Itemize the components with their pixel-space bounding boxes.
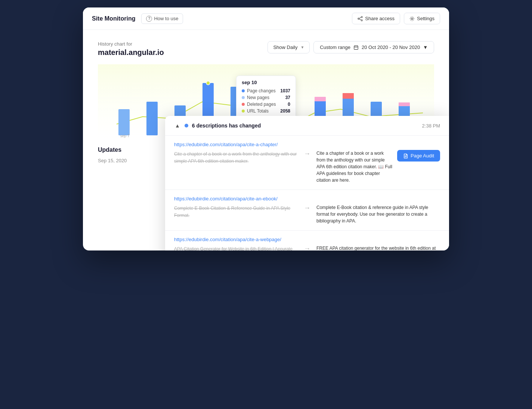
tooltip-value-3: 2058 <box>280 108 290 114</box>
tooltip-dot-1 <box>242 96 245 99</box>
how-to-use-button[interactable]: ? How to use <box>141 13 183 24</box>
tooltip-value-0: 1037 <box>280 88 290 93</box>
tooltip-label-1: New pages <box>247 95 269 100</box>
tooltip-label-3: URL Totals <box>247 108 269 114</box>
new-content-0: Cite a chapter of a book or a work from … <box>316 142 440 184</box>
change-url-section-2: https://edubirdie.com/citation/apa/cite-… <box>174 237 298 250</box>
svg-point-1 <box>358 18 359 19</box>
panel-time: 2:38 PM <box>422 123 440 129</box>
change-row-1: https://edubirdie.com/citation/apa/cite-… <box>165 190 449 231</box>
date-chevron-icon: ▼ <box>423 44 428 50</box>
tooltip-dot-0 <box>242 89 245 92</box>
show-daily-dropdown[interactable]: Show Daily ▼ <box>267 41 310 53</box>
svg-point-2 <box>361 19 363 21</box>
app-title: Site Monitoring <box>92 15 135 22</box>
new-text-0: Cite a chapter of a book or a work from … <box>316 150 393 184</box>
calendar-icon <box>353 45 359 50</box>
show-daily-label: Show Daily <box>273 44 297 50</box>
share-access-label: Share access <box>365 16 395 21</box>
change-row-2: https://edubirdie.com/citation/apa/cite-… <box>165 231 449 250</box>
svg-text:sep 7: sep 7 <box>120 134 130 138</box>
tooltip-row-2: Deleted pages 0 <box>242 102 290 107</box>
arrow-col-0: → <box>304 142 310 158</box>
old-text-2: APA Citation Generator for Website in 6t… <box>174 246 293 250</box>
new-text-1: Complete E-Book citation & reference gui… <box>316 196 440 224</box>
arrow-col-1: → <box>304 196 310 212</box>
tooltip-dot-2 <box>242 103 245 106</box>
history-header: History chart for material.angular.io Sh… <box>98 41 434 57</box>
history-domain: material.angular.io <box>98 48 164 57</box>
tooltip-label-wrap-1: New pages <box>242 95 269 100</box>
chart-controls: Show Daily ▼ Custom range 20 Oct 2020 - … <box>267 41 434 53</box>
tooltip-dot-3 <box>242 110 245 113</box>
panel-status-dot <box>185 124 188 127</box>
how-to-use-label: How to use <box>154 16 178 21</box>
svg-rect-6 <box>354 46 358 49</box>
document-icon <box>403 153 408 159</box>
svg-point-0 <box>361 16 363 18</box>
change-url-2[interactable]: https://edubirdie.com/citation/apa/cite-… <box>174 237 298 242</box>
page-audit-button[interactable]: Page Audit <box>397 150 440 162</box>
change-row-0: https://edubirdie.com/citation/apa/cite-… <box>165 136 449 190</box>
svg-point-15 <box>206 81 210 85</box>
old-text-0: Cite a chapter of a book or a work from … <box>174 151 297 164</box>
settings-icon <box>409 16 415 21</box>
app-window: Site Monitoring ? How to use Share acces… <box>83 7 449 250</box>
settings-label: Settings <box>417 16 434 21</box>
change-url-section-0: https://edubirdie.com/citation/apa/cite-… <box>174 142 298 164</box>
tooltip-row-1: New pages 37 <box>242 95 290 100</box>
tooltip-label-wrap-0: Page changes <box>242 88 276 93</box>
tooltip-value-1: 37 <box>285 95 290 100</box>
history-title-block: History chart for material.angular.io <box>98 41 164 57</box>
svg-line-4 <box>359 19 361 20</box>
chart-tooltip: sep 10 Page changes 1037 New pages 37 <box>236 76 296 119</box>
tooltip-label-wrap-3: URL Totals <box>242 108 269 114</box>
collapse-button[interactable]: ▲ <box>174 122 181 129</box>
toolbar: Site Monitoring ? How to use Share acces… <box>83 7 449 30</box>
share-access-button[interactable]: Share access <box>352 13 400 24</box>
tooltip-row-3: URL Totals 2058 <box>242 108 290 114</box>
old-text-1: Complete E-Book Citation & Reference Gui… <box>174 206 290 218</box>
svg-rect-12 <box>146 102 158 135</box>
svg-rect-25 <box>399 102 410 106</box>
info-icon: ? <box>146 16 152 22</box>
change-url-section-1: https://edubirdie.com/citation/apa/cite-… <box>174 196 298 219</box>
tooltip-label-2: Deleted pages <box>247 102 276 107</box>
toolbar-left: Site Monitoring ? How to use <box>92 13 183 24</box>
new-text-2: FREE APA citation generator for the webs… <box>316 237 440 250</box>
svg-rect-22 <box>343 93 354 99</box>
svg-rect-11 <box>118 109 130 135</box>
date-range-button[interactable]: Custom range 20 Oct 2020 - 20 Nov 2020 ▼ <box>313 41 434 53</box>
settings-button[interactable]: Settings <box>404 13 440 24</box>
tooltip-label-wrap-2: Deleted pages <box>242 102 276 107</box>
change-url-1[interactable]: https://edubirdie.com/citation/apa/cite-… <box>174 196 298 202</box>
tooltip-value-2: 0 <box>288 102 290 107</box>
overlay-panel: ▲ 6 descriptions has changed 2:38 PM htt… <box>165 116 449 250</box>
arrow-col-2: → <box>304 237 310 250</box>
toolbar-right: Share access Settings <box>352 13 440 24</box>
change-url-0[interactable]: https://edubirdie.com/citation/apa/cite-… <box>174 142 298 147</box>
tooltip-date: sep 10 <box>242 80 290 85</box>
date-range-label: 20 Oct 2020 - 20 Nov 2020 <box>362 44 420 50</box>
svg-line-3 <box>359 17 361 18</box>
tooltip-row-0: Page changes 1037 <box>242 88 290 93</box>
svg-point-5 <box>411 18 413 19</box>
page-audit-label: Page Audit <box>411 153 434 159</box>
history-label: History chart for <box>98 41 164 47</box>
panel-header-left: ▲ 6 descriptions has changed <box>174 122 261 129</box>
share-icon <box>358 16 363 21</box>
panel-header: ▲ 6 descriptions has changed 2:38 PM <box>165 116 449 136</box>
panel-title: 6 descriptions has changed <box>192 123 261 129</box>
custom-range-label: Custom range <box>320 44 350 50</box>
svg-rect-20 <box>315 97 326 101</box>
chevron-down-icon: ▼ <box>300 45 304 49</box>
tooltip-label-0: Page changes <box>247 88 276 93</box>
